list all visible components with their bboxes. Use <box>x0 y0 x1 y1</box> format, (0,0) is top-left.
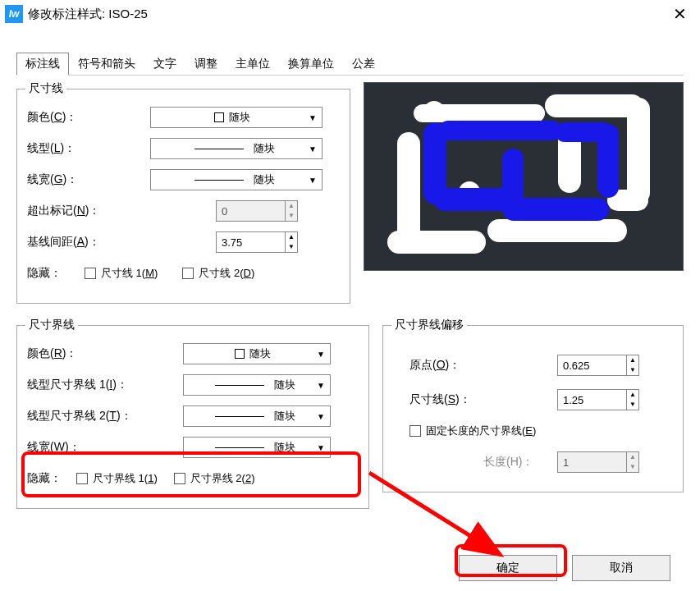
close-icon[interactable]: ✕ <box>670 4 690 24</box>
hide-dim2-checkbox[interactable]: 尺寸线 2(D) <box>182 266 254 281</box>
ext-lt1-label: 线型尺寸界线 1(I)： <box>27 378 183 392</box>
tab-tolerances[interactable]: 公差 <box>343 53 384 76</box>
lineweight-label: 线宽(G)： <box>27 172 150 187</box>
dimline-offset-spinner[interactable]: ▲▼ <box>557 389 639 410</box>
ext-color-label: 颜色(R)： <box>27 346 183 361</box>
lineweight-combo[interactable]: 随块 ▼ <box>150 169 323 190</box>
preview-pane <box>364 82 684 271</box>
hide-dim1-checkbox[interactable]: 尺寸线 1(M) <box>85 266 158 281</box>
baseline-label: 基线间距(A)： <box>27 235 216 250</box>
ext-lw-combo[interactable]: 随块 ▼ <box>183 437 331 458</box>
tab-symbols-arrows[interactable]: 符号和箭头 <box>69 53 144 76</box>
dim-line-group: 尺寸线 颜色(C)： 随块 ▼ 线型(L)： 随块 ▼ 线宽 <box>16 89 350 304</box>
window-title: 修改标注样式: ISO-25 <box>28 7 670 22</box>
tab-fit[interactable]: 调整 <box>185 53 226 76</box>
svg-rect-6 <box>627 98 650 204</box>
ext-hide-label: 隐藏： <box>27 471 76 486</box>
offset-group: 尺寸界线偏移 原点(O)： ▲▼ 尺寸线(S)： ▲▼ <box>382 325 684 492</box>
svg-rect-4 <box>387 231 486 254</box>
tab-primary-units[interactable]: 主单位 <box>226 53 279 76</box>
tab-alternate-units[interactable]: 换算单位 <box>279 53 343 76</box>
hide-ext1-checkbox[interactable]: 尺寸界线 1(1) <box>76 471 158 486</box>
ok-button[interactable]: 确定 <box>459 555 557 581</box>
length-label: 长度(H)： <box>483 455 557 470</box>
offset-legend: 尺寸界线偏移 <box>391 318 467 332</box>
hide-label: 隐藏： <box>27 266 85 281</box>
ext-lw-label: 线宽(W)： <box>27 440 183 455</box>
chevron-down-icon: ▼ <box>309 144 317 153</box>
baseline-spinner[interactable]: ▲▼ <box>216 231 298 253</box>
svg-rect-14 <box>597 124 619 198</box>
svg-rect-10 <box>438 121 561 140</box>
ext-color-combo[interactable]: 随块 ▼ <box>183 343 331 364</box>
ext-lt2-combo[interactable]: 随块 ▼ <box>183 405 331 427</box>
app-icon: Iw <box>5 5 23 23</box>
cancel-button[interactable]: 取消 <box>572 555 670 581</box>
chevron-down-icon: ▼ <box>309 176 317 185</box>
extend-label: 超出标记(N)： <box>27 204 216 218</box>
chevron-down-icon: ▼ <box>309 113 317 122</box>
chevron-down-icon: ▼ <box>317 443 325 452</box>
ext-lt1-combo[interactable]: 随块 ▼ <box>183 374 331 396</box>
extend-spinner: ▲▼ <box>216 200 298 222</box>
color-label: 颜色(C)： <box>27 110 150 125</box>
chevron-down-icon: ▼ <box>317 381 325 390</box>
ext-line-group: 尺寸界线 颜色(R)： 随块 ▼ 线型尺寸界线 1(I)： 随块 ▼ <box>16 325 369 509</box>
svg-rect-16 <box>502 149 524 206</box>
linetype-label: 线型(L)： <box>27 141 150 156</box>
svg-rect-3 <box>397 132 420 247</box>
dim-line-legend: 尺寸线 <box>25 81 66 96</box>
chevron-down-icon: ▼ <box>317 350 325 359</box>
tab-dimension-line[interactable]: 标注线 <box>16 53 69 76</box>
length-spinner: ▲▼ <box>557 451 639 473</box>
tab-text[interactable]: 文字 <box>144 53 185 76</box>
chevron-down-icon: ▼ <box>317 412 325 421</box>
hide-ext2-checkbox[interactable]: 尺寸界线 2(2) <box>174 471 255 486</box>
ext-lt2-label: 线型尺寸界线 2(T)： <box>27 409 183 424</box>
ext-line-legend: 尺寸界线 <box>25 318 78 332</box>
color-combo[interactable]: 随块 ▼ <box>150 107 323 128</box>
dimline-offset-label: 尺寸线(S)： <box>393 392 557 407</box>
origin-label: 原点(O)： <box>393 358 557 373</box>
linetype-combo[interactable]: 随块 ▼ <box>150 138 323 159</box>
fixed-length-checkbox[interactable]: 固定长度的尺寸界线(E) <box>409 424 536 438</box>
svg-rect-1 <box>414 104 545 122</box>
origin-spinner[interactable]: ▲▼ <box>557 355 639 376</box>
svg-rect-8 <box>487 219 627 242</box>
